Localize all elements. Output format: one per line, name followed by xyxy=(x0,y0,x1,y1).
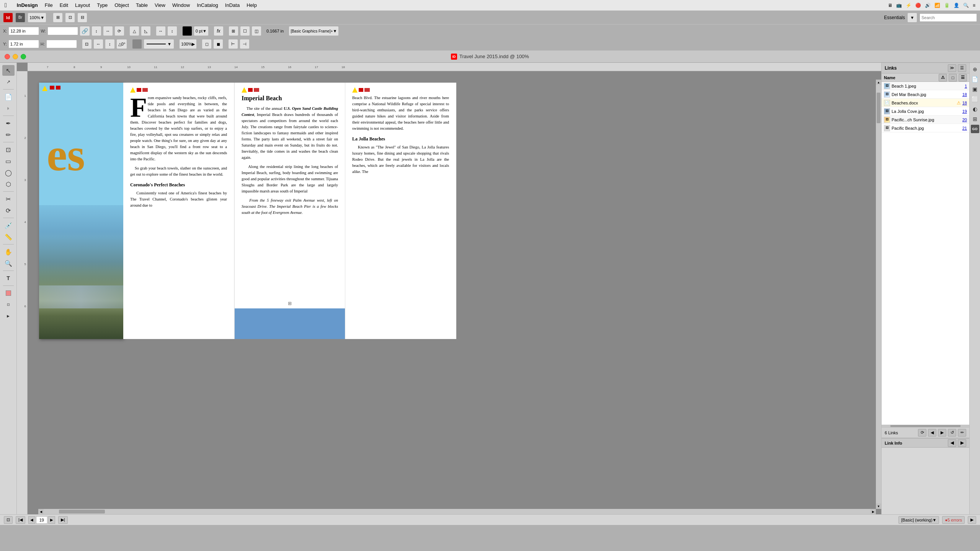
ref-point-btn[interactable]: ⊡ xyxy=(82,39,92,49)
horizontal-scrollbar[interactable]: ◀ ▶ xyxy=(38,509,876,514)
link-edit-btn[interactable]: ⟳ xyxy=(918,429,926,437)
measure-tool[interactable]: 📏 xyxy=(2,231,15,242)
link-prev-btn[interactable]: ◀ xyxy=(928,429,936,437)
system-icon-1[interactable]: 🖥 xyxy=(888,3,892,8)
polygon-tool[interactable]: ⬡ xyxy=(2,179,15,189)
rectangle-tool[interactable]: ▭ xyxy=(2,156,15,166)
link-page-4[interactable]: 20 xyxy=(962,117,967,122)
minimize-button[interactable] xyxy=(13,54,18,59)
next-spread-btn[interactable]: ▶| xyxy=(58,516,68,524)
transform-1[interactable]: ↕ xyxy=(91,26,101,36)
link-item-0[interactable]: 🖼 Beach 1.jpeg 1 xyxy=(882,82,969,90)
menu-layout[interactable]: Layout xyxy=(75,2,90,8)
fill-icon[interactable]: ▣ xyxy=(971,85,979,93)
gap-tool[interactable]: ⊧ xyxy=(2,103,15,114)
preview-mode-1[interactable]: ◻ xyxy=(202,39,212,49)
next-page-btn[interactable]: ▶ xyxy=(48,516,55,524)
links-menu-btn[interactable]: ☰ xyxy=(958,64,966,72)
shear-btn[interactable]: ◺ xyxy=(141,26,151,36)
link-item-2[interactable]: 📄 Beaches.docx ⚠ 18 xyxy=(882,99,969,107)
type-tool[interactable]: T xyxy=(2,273,15,284)
link-item-4[interactable]: 🖼 Pacific...ch Sunrise.jpg 20 xyxy=(882,116,969,124)
layout-left-btn[interactable]: ⊢ xyxy=(228,39,238,49)
workspace-dropdown[interactable]: ▼ xyxy=(907,13,917,23)
link-next-btn[interactable]: ▶ xyxy=(938,429,946,437)
effects-icon[interactable]: ◐ xyxy=(971,105,979,113)
apply-color-btn[interactable]: ⊡ xyxy=(2,299,15,310)
vscroll-thumb[interactable] xyxy=(877,93,880,123)
view-mode-3[interactable]: ⊟ xyxy=(77,13,87,23)
rotate-input-area[interactable]: △ xyxy=(129,26,139,36)
stroke-bar-dropdown[interactable]: ▼ xyxy=(144,39,174,49)
menu-file[interactable]: File xyxy=(45,2,53,8)
text-column-imperial-beach[interactable]: Imperial Beach The site of the annual U.… xyxy=(234,83,345,339)
fill-color-2[interactable] xyxy=(132,39,142,49)
w-field[interactable] xyxy=(47,27,78,35)
zoom-level-btn[interactable]: 100% ▶ xyxy=(179,39,197,49)
eyedropper-tool[interactable]: 💉 xyxy=(2,220,15,231)
search-icon[interactable]: 🔍 xyxy=(963,3,969,8)
ellipse-tool[interactable]: ◯ xyxy=(2,167,15,178)
transform-2[interactable]: ↔ xyxy=(103,26,113,36)
y-field[interactable] xyxy=(8,40,39,48)
link-info-prev[interactable]: ◀ xyxy=(948,439,956,447)
search-input[interactable] xyxy=(920,13,977,22)
free-transform-tool[interactable]: ⟳ xyxy=(2,205,15,216)
preview-mode-2[interactable]: ◼ xyxy=(213,39,223,49)
x-field[interactable] xyxy=(8,27,39,35)
link-page-2[interactable]: 18 xyxy=(962,101,967,105)
maximize-button[interactable] xyxy=(21,54,26,59)
text-column-right[interactable]: Beach Blvd. The estuarine lagoons and ri… xyxy=(345,83,456,339)
close-button[interactable] xyxy=(5,54,10,59)
pages-icon[interactable]: 📄 xyxy=(971,75,979,83)
canvas-area[interactable]: 7 8 9 10 11 12 13 14 15 16 17 18 1 2 3 4… xyxy=(17,63,881,514)
frame-style-dropdown[interactable]: [Basic Graphics Frame]+▼ xyxy=(289,26,339,36)
system-icon-3[interactable]: ⚡ xyxy=(906,3,911,8)
prev-page-btn[interactable]: ◀ xyxy=(28,516,35,524)
user-icon[interactable]: 👤 xyxy=(954,3,959,8)
scroll-up-btn[interactable]: ▲ xyxy=(876,80,881,85)
h-field[interactable] xyxy=(46,40,77,48)
menu-edit[interactable]: Edit xyxy=(60,2,68,8)
rectangle-frame-tool[interactable]: ⊡ xyxy=(2,144,15,155)
menu-incatalog[interactable]: InCatalog xyxy=(197,2,218,8)
align-icon[interactable]: ⊞ xyxy=(971,115,979,123)
link-item-1[interactable]: 🖼 Del Mar Beach.jpg 18 xyxy=(882,90,969,99)
menu-table[interactable]: Table xyxy=(136,2,148,8)
vertical-scrollbar[interactable]: ▲ ▼ xyxy=(876,80,881,509)
page-tool[interactable]: 📄 xyxy=(2,91,15,102)
hand-tool[interactable]: ✋ xyxy=(2,246,15,257)
document-canvas[interactable]: es xyxy=(28,71,881,514)
link-pen-btn[interactable]: ✏ xyxy=(958,429,966,437)
preview-btn[interactable]: ▶ xyxy=(2,311,15,321)
direct-selection-tool[interactable]: ↗ xyxy=(2,77,15,87)
zoom-tool[interactable]: 🔍 xyxy=(2,258,15,269)
frame-type-3[interactable]: ◫ xyxy=(252,26,261,36)
layout-right-btn[interactable]: ⊣ xyxy=(240,39,250,49)
stroke-dropdown[interactable]: 0 pt▼ xyxy=(194,26,209,36)
scale-v-btn[interactable]: ↕ xyxy=(167,26,177,36)
system-icon-2[interactable]: 📺 xyxy=(896,3,902,8)
link-page-0[interactable]: 1 xyxy=(965,84,967,88)
list-icon[interactable]: ≡ xyxy=(973,3,975,8)
bridge-btn[interactable]: Br xyxy=(15,13,25,23)
link-page-1[interactable]: 18 xyxy=(962,92,967,97)
link-refresh-btn[interactable]: ↺ xyxy=(948,429,956,437)
scale-pct-v-btn[interactable]: ↕ xyxy=(105,39,115,49)
stroke-icon[interactable]: ⬜ xyxy=(971,95,979,103)
link-info-next[interactable]: ▶ xyxy=(958,439,966,447)
zoom-select[interactable]: 100% ▼ xyxy=(28,13,46,23)
constrain-btn[interactable]: 🔗 xyxy=(80,26,90,36)
menu-view[interactable]: View xyxy=(155,2,165,8)
scroll-down-btn[interactable]: ▼ xyxy=(876,504,881,509)
menu-help[interactable]: Help xyxy=(247,2,257,8)
wifi-icon[interactable]: 📶 xyxy=(934,3,940,8)
text-column-left[interactable]: F rom expansive sandy beaches, rocky cli… xyxy=(123,83,234,339)
pencil-tool[interactable]: ✏ xyxy=(2,129,15,140)
menu-window[interactable]: Window xyxy=(172,2,190,8)
fx-btn[interactable]: fx xyxy=(214,26,224,36)
scissors-tool[interactable]: ✂ xyxy=(2,194,15,204)
angle-btn[interactable]: △0° xyxy=(116,39,127,49)
col-options-btn[interactable]: ☰ xyxy=(959,74,967,82)
link-item-3[interactable]: 🖼 La Jolla Cove.jpg 19 xyxy=(882,107,969,116)
